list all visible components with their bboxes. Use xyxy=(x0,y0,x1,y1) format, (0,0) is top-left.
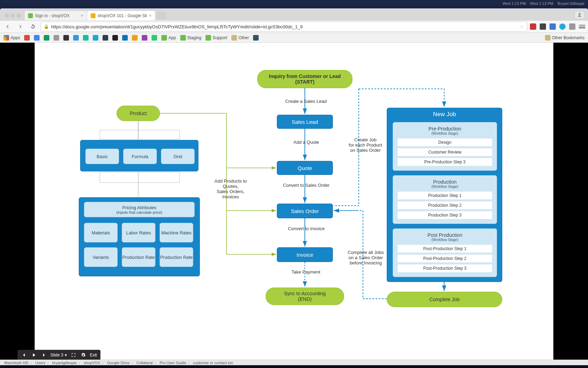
bookmark-item[interactable] xyxy=(112,35,118,41)
fullscreen-button[interactable] xyxy=(70,352,77,358)
pricing-attr: Variants xyxy=(84,247,118,267)
exit-button[interactable]: Exit xyxy=(90,353,97,358)
url-text: https://docs.google.com/presentation/d/1… xyxy=(51,24,303,29)
presentation-toolbar: Slide 3 ▾ Exit xyxy=(18,350,100,360)
product-type-formula: Formula xyxy=(123,149,157,164)
product-types-container: BasicFormulaGrid xyxy=(80,140,198,171)
reload-button[interactable] xyxy=(28,22,38,31)
bookmark-item[interactable] xyxy=(63,35,69,41)
bookmark-staging[interactable]: Staging xyxy=(180,35,202,41)
bookmark-item[interactable] xyxy=(73,35,79,41)
bookmark-folder-other[interactable]: Other xyxy=(231,35,249,41)
browser-tab-active[interactable]: shopVOX 101 - Google Sli × xyxy=(87,10,155,20)
node-invoice: Invoice xyxy=(277,247,333,262)
node-sales-lead: Sales Lead xyxy=(277,115,333,129)
toolbar-right xyxy=(530,23,585,30)
extension-icon[interactable] xyxy=(559,23,566,30)
chevron-down-icon: ▾ xyxy=(65,353,67,358)
bookmark-item[interactable] xyxy=(83,35,89,41)
window-controls[interactable] xyxy=(4,14,24,20)
label-add-products: Add Products to Quotes, Sales Orders, In… xyxy=(203,178,259,199)
product-type-grid: Grid xyxy=(161,149,195,164)
tab-title: shopVOX 101 - Google Sli xyxy=(98,13,147,18)
back-button[interactable] xyxy=(3,22,13,31)
close-tab-icon[interactable]: × xyxy=(81,13,83,18)
omnibox[interactable]: 🔒 https://docs.google.com/presentation/d… xyxy=(41,22,527,31)
label-convert-invoice: Convert to Invoice xyxy=(278,226,334,231)
workflow-step: Design xyxy=(397,138,492,147)
play-button[interactable] xyxy=(31,352,37,358)
label-complete-jobs: Complete all Jobs on a Sales Order befor… xyxy=(341,250,390,266)
slide-indicator[interactable]: Slide 3 ▾ xyxy=(50,353,67,358)
tab-title: Sign in - shopVOX xyxy=(35,13,70,18)
workflow-step: Customer Review xyxy=(397,148,492,156)
label-convert-so: Convert to Sales Order xyxy=(275,183,338,188)
bookmark-item[interactable] xyxy=(152,35,157,41)
end-node: Sync to Accounting(END) xyxy=(266,288,344,305)
extension-icon[interactable] xyxy=(550,23,556,30)
workflow-step: Post-Production Step 3 xyxy=(397,264,492,273)
bookmarks-bar: Apps App Staging Support Other Other Boo… xyxy=(0,33,588,43)
label-create-job: Create Job for each Product on Sales Ord… xyxy=(343,137,388,153)
extension-icon[interactable] xyxy=(540,23,546,30)
workflow-stage: Pre-Production(Workflow Stage)DesignCust… xyxy=(393,122,497,171)
new-tab-button[interactable] xyxy=(157,12,166,19)
workflow-step: Post-Production Step 2 xyxy=(397,254,492,263)
browser-tab[interactable]: Sign in - shopVOX × xyxy=(24,10,87,20)
bookmark-app[interactable]: App xyxy=(161,35,176,41)
bookmark-item[interactable] xyxy=(103,35,108,41)
pricing-attr: Production Rate xyxy=(122,247,155,267)
bookmark-support[interactable]: Support xyxy=(205,35,227,41)
menubar-clock-2: Wed 1:13 PM xyxy=(530,1,553,6)
close-window-icon[interactable] xyxy=(5,14,9,17)
bookmark-item[interactable] xyxy=(142,35,147,41)
other-bookmarks-folder[interactable]: Other Bookmarks xyxy=(545,35,584,41)
slides-favicon-icon xyxy=(91,13,96,18)
star-icon[interactable]: ☆ xyxy=(520,24,524,29)
close-tab-icon[interactable]: × xyxy=(149,13,152,18)
pricing-attributes-container: Pricing Attributes(inputs that calculate… xyxy=(79,197,200,276)
label-add-quote: Add a Quote xyxy=(285,140,327,145)
extension-icon[interactable] xyxy=(569,23,575,30)
new-job-title: New Job xyxy=(387,108,502,120)
profile-button[interactable] xyxy=(575,11,584,19)
prev-slide-button[interactable] xyxy=(21,352,27,358)
bookmark-item[interactable] xyxy=(253,35,259,41)
pricing-attr: Labor Rates xyxy=(122,223,155,242)
new-job-container: New JobPre-Production(Workflow Stage)Des… xyxy=(387,108,502,282)
product-type-basic: Basic xyxy=(85,149,119,164)
bookmark-item[interactable] xyxy=(34,35,40,41)
bookmark-item[interactable] xyxy=(54,35,59,41)
svg-rect-13 xyxy=(100,130,180,139)
minimize-window-icon[interactable] xyxy=(11,14,15,17)
forward-button[interactable] xyxy=(15,22,25,31)
bookmark-item[interactable] xyxy=(132,35,138,41)
bookmark-item[interactable] xyxy=(122,35,128,41)
hamburger-menu-icon[interactable] xyxy=(579,25,585,28)
bookmark-item[interactable] xyxy=(24,35,30,41)
bookmark-item[interactable] xyxy=(44,35,49,41)
menubar-clock: Wed 1:13 PM xyxy=(503,1,526,6)
gear-icon[interactable] xyxy=(80,352,86,358)
workflow-step: Post-Production Step 1 xyxy=(397,245,492,253)
path-breadcrumbs: Macintosh HDUsersbryantgillespieshopVOXG… xyxy=(0,360,588,365)
workflow-step: Production Step 3 xyxy=(397,211,492,219)
tab-strip: Sign in - shopVOX × shopVOX 101 - Google… xyxy=(0,8,588,20)
extension-icon[interactable] xyxy=(530,23,536,30)
workflow-stage: Production(Workflow Stage)Production Ste… xyxy=(393,175,497,224)
mac-menubar: Wed 1:13 PM Wed 1:13 PM Bryant Gillespie xyxy=(0,0,588,7)
browser-window: Sign in - shopVOX × shopVOX 101 - Google… xyxy=(0,8,588,365)
pricing-attr: Machine Rates xyxy=(160,223,193,242)
slide-canvas[interactable]: Inquiry from Customer or Lead(START)Crea… xyxy=(35,43,553,365)
next-slide-button[interactable] xyxy=(41,352,47,358)
zoom-window-icon[interactable] xyxy=(17,14,21,17)
pricing-attributes-header: Pricing Attributes(inputs that calculate… xyxy=(84,202,195,217)
bookmark-item[interactable] xyxy=(93,35,98,41)
node-quote: Quote xyxy=(277,161,333,175)
address-bar: 🔒 https://docs.google.com/presentation/d… xyxy=(0,20,588,33)
complete-job-node: Complete Job xyxy=(387,292,502,307)
apps-button[interactable]: Apps xyxy=(4,35,20,41)
svg-rect-15 xyxy=(100,172,180,183)
lock-icon: 🔒 xyxy=(44,24,49,29)
node-sales-order: Sales Order xyxy=(277,204,333,218)
